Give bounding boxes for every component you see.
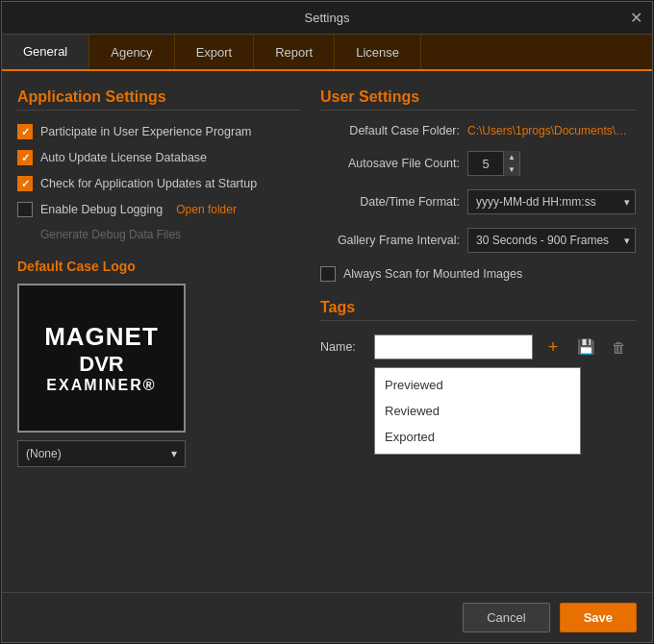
tab-general[interactable]: General: [2, 35, 89, 69]
logo-examiner-text: EXAMINER®: [44, 377, 159, 394]
checkbox-participate-label: Participate in User Experience Program: [40, 125, 252, 138]
open-folder-link[interactable]: Open folder: [176, 203, 237, 216]
logo-magnet-text: MAGNET: [44, 322, 159, 352]
gallery-frame-row: Gallery Frame Interval: 30 Seconds - 900…: [320, 228, 637, 253]
dialog-title: Settings: [305, 11, 350, 25]
generate-debug-label: Generate Debug Data Files: [40, 228, 301, 241]
right-panel: User Settings Default Case Folder: C:\Us…: [320, 88, 637, 582]
default-case-folder-label: Default Case Folder:: [320, 124, 460, 137]
title-bar: Settings ✕: [2, 2, 652, 35]
tag-item-exported[interactable]: Exported: [375, 424, 580, 450]
autosave-spinbox[interactable]: ▲ ▼: [467, 151, 520, 176]
tab-license[interactable]: License: [335, 35, 421, 69]
autosave-input[interactable]: [468, 157, 503, 171]
checkbox-debug-label: Enable Debug Logging: [40, 203, 163, 216]
tags-name-label: Name:: [320, 340, 366, 354]
close-button[interactable]: ✕: [630, 11, 642, 26]
main-content: Application Settings Participate in User…: [2, 71, 652, 592]
tags-name-input[interactable]: [374, 334, 533, 359]
logo-preview: MAGNET DVR EXAMINER®: [17, 284, 186, 433]
datetime-select-wrapper: yyyy-MM-dd HH:mm:ss MM/dd/yyyy HH:mm:ss …: [467, 189, 636, 214]
left-panel: Application Settings Participate in User…: [17, 88, 301, 582]
datetime-format-label: Date/Time Format:: [320, 195, 460, 209]
tab-report[interactable]: Report: [254, 35, 335, 69]
tags-name-row: Name: + 💾 🗑: [320, 334, 637, 359]
spin-down-button[interactable]: ▼: [503, 163, 519, 176]
checkbox-check-updates[interactable]: [17, 176, 33, 191]
tab-agency[interactable]: Agency: [89, 35, 174, 69]
save-button[interactable]: Save: [560, 603, 637, 632]
logo-section-title: Default Case Logo: [17, 259, 301, 274]
dialog-footer: Cancel Save: [2, 592, 652, 642]
checkbox-auto-update-label: Auto Update License Database: [40, 151, 207, 164]
tag-delete-button[interactable]: 🗑: [606, 334, 631, 359]
gallery-frame-label: Gallery Frame Interval:: [320, 234, 460, 247]
tags-title: Tags: [320, 299, 637, 321]
checkbox-check-updates-label: Check for Application Updates at Startup: [40, 177, 257, 190]
checkbox-row-check-updates: Check for Application Updates at Startup: [17, 176, 301, 191]
autosave-row: Autosave File Count: ▲ ▼: [320, 151, 637, 176]
tags-list: Previewed Reviewed Exported: [374, 367, 581, 455]
checkbox-row-auto-update: Auto Update License Database: [17, 150, 301, 165]
settings-dialog: Settings ✕ General Agency Export Report …: [1, 1, 653, 643]
checkbox-debug-logging[interactable]: [17, 202, 33, 217]
logo-dropdown[interactable]: (None) ▾: [17, 440, 186, 467]
tag-save-button[interactable]: 💾: [573, 334, 598, 359]
checkbox-row-participate: Participate in User Experience Program: [17, 124, 301, 139]
tag-add-button[interactable]: +: [541, 334, 566, 359]
checkbox-auto-update[interactable]: [17, 150, 33, 165]
app-settings-title: Application Settings: [17, 88, 301, 111]
default-case-folder-value[interactable]: C:\Users\1progs\Documents\DVREx...: [467, 124, 631, 137]
gallery-frame-select-wrapper: 30 Seconds - 900 Frames 60 Seconds - 180…: [467, 228, 636, 253]
tag-item-previewed[interactable]: Previewed: [375, 372, 580, 398]
datetime-format-row: Date/Time Format: yyyy-MM-dd HH:mm:ss MM…: [320, 189, 637, 214]
logo-section: Default Case Logo MAGNET DVR EXAMINER® (…: [17, 259, 301, 467]
gallery-frame-select[interactable]: 30 Seconds - 900 Frames 60 Seconds - 180…: [467, 228, 636, 253]
logo-dvr-text: DVR: [44, 352, 159, 377]
spin-up-button[interactable]: ▲: [503, 151, 519, 163]
tabs-bar: General Agency Export Report License: [2, 35, 652, 71]
autosave-label: Autosave File Count:: [320, 157, 460, 170]
tag-item-reviewed[interactable]: Reviewed: [375, 398, 580, 424]
spinbox-buttons: ▲ ▼: [503, 151, 519, 176]
always-scan-label: Always Scan for Mounted Images: [343, 267, 522, 281]
checkbox-participate[interactable]: [17, 124, 33, 139]
cancel-button[interactable]: Cancel: [463, 603, 549, 632]
checkbox-always-scan[interactable]: [320, 266, 336, 282]
default-case-folder-row: Default Case Folder: C:\Users\1progs\Doc…: [320, 124, 637, 137]
tab-export[interactable]: Export: [175, 35, 255, 69]
checkbox-row-debug: Enable Debug Logging Open folder: [17, 202, 301, 217]
tags-section: Tags Name: + 💾 🗑 Previewed Reviewed Expo…: [320, 299, 637, 455]
datetime-format-select[interactable]: yyyy-MM-dd HH:mm:ss MM/dd/yyyy HH:mm:ss …: [467, 189, 636, 214]
always-scan-row: Always Scan for Mounted Images: [320, 266, 637, 282]
user-settings-title: User Settings: [320, 88, 637, 111]
logo-text: MAGNET DVR EXAMINER®: [44, 322, 159, 394]
